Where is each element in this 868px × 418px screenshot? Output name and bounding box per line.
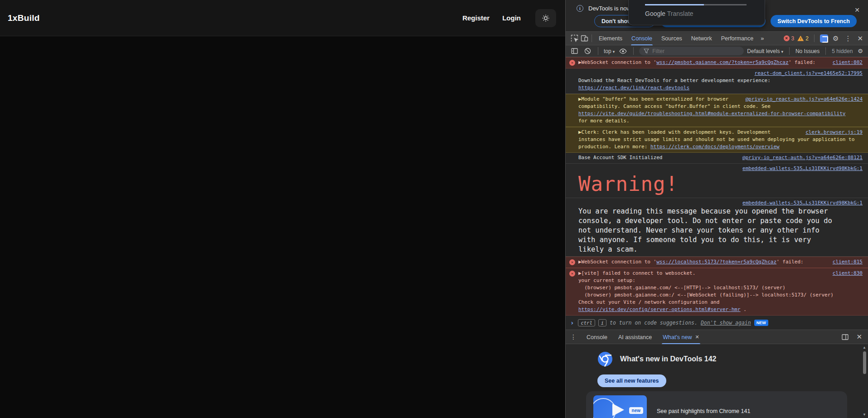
filter-input[interactable]: [652, 48, 738, 54]
source-location-link[interactable]: embedded-wallets-535…Ls31EKKirvd98KbkG:1: [742, 165, 863, 172]
drawer-tab-ai-assistance[interactable]: AI assistance: [613, 330, 657, 344]
console-text: ▶Module "buffer" has been externalized f…: [578, 96, 728, 102]
console-text: ' failed:: [776, 259, 804, 265]
console-sidebar-icon[interactable]: [569, 47, 579, 56]
login-link[interactable]: Login: [502, 14, 521, 22]
source-location-link[interactable]: client:815: [833, 258, 863, 266]
drawer-menu-icon[interactable]: ⋮: [570, 333, 577, 340]
console-text: Check out your Vite / network configurat…: [578, 299, 719, 305]
switch-devtools-french-button[interactable]: Switch DevTools to French: [771, 15, 857, 27]
highlights-card[interactable]: new See past highlights from Chrome 141: [586, 391, 847, 418]
see-all-features-button[interactable]: See all new features: [597, 374, 666, 387]
info-icon: i: [577, 5, 583, 12]
filter-funnel-icon: [644, 49, 649, 53]
site-header: 1xBuild Register Login: [0, 0, 565, 36]
infobar-close-icon[interactable]: ✕: [854, 6, 860, 14]
console-text: with anyone. If someone told you to do t…: [578, 236, 811, 244]
console-text: production. Learn more:: [578, 144, 650, 150]
console-message-log: You are reading this message because you…: [566, 198, 868, 257]
settings-gear-icon[interactable]: ⚙: [831, 34, 840, 43]
scroll-down-icon[interactable]: ▼: [863, 413, 866, 417]
console-link[interactable]: https://vite.dev/guide/troubleshooting.h…: [578, 111, 845, 117]
drawer-tab-close-icon[interactable]: ✕: [695, 334, 699, 340]
context-selector[interactable]: top▾: [604, 48, 615, 54]
scroll-up-icon[interactable]: ▲: [863, 345, 866, 350]
source-location-link[interactable]: clerk.browser.js:19: [805, 129, 863, 136]
tab-console[interactable]: Console: [627, 32, 657, 45]
split-panel-icon[interactable]: [842, 334, 849, 340]
whats-new-title: What's new in DevTools 142: [620, 355, 716, 363]
error-icon: ✕: [784, 35, 790, 41]
highlights-thumbnail: new: [593, 395, 647, 418]
site-logo[interactable]: 1xBuild: [8, 13, 40, 23]
tab-network[interactable]: Network: [687, 32, 717, 45]
console-text: your current setup:: [578, 277, 635, 283]
device-toolbar-icon[interactable]: [579, 34, 589, 43]
devtools-menu-icon[interactable]: ⋮: [843, 34, 853, 43]
console-link[interactable]: wss://localhost:5173/?token=r5a9cQgZhcaz: [656, 259, 776, 265]
console-message-warn: !▶Clerk: Clerk has been loaded with deve…: [566, 127, 868, 153]
warning-count-badge[interactable]: ! 2: [797, 35, 809, 42]
drawer-close-icon[interactable]: ✕: [855, 333, 863, 341]
live-expression-eye-icon[interactable]: [618, 47, 628, 56]
console-text: You are reading this message because you…: [578, 207, 828, 215]
new-chip: new: [629, 407, 643, 414]
console-settings-gear-icon[interactable]: ⚙: [856, 48, 864, 54]
drawer-scrollbar[interactable]: ▲ ▼: [862, 345, 868, 418]
tab-elements[interactable]: Elements: [594, 32, 627, 45]
drawer-tabbar: ⋮ ConsoleAI assistanceWhat's new✕ ✕: [566, 330, 868, 344]
source-location-link[interactable]: @privy-io_react-auth.js?v=a64e626e:1424: [746, 96, 863, 103]
prompt-dont-show-link[interactable]: Don't show again: [701, 320, 751, 326]
console-text: ▶Clerk: Clerk has been loaded with devel…: [578, 129, 771, 135]
chevron-down-icon: ▾: [781, 49, 783, 54]
infobar-message: DevTools is now: [588, 5, 631, 12]
console-link[interactable]: https://react.dev/link/react-devtools: [578, 85, 689, 91]
theme-toggle-button[interactable]: [535, 9, 556, 27]
google-translate-popup: Google Translate: [628, 0, 765, 25]
register-link[interactable]: Register: [462, 14, 490, 22]
source-location-link[interactable]: @privy-io_react-auth.js?v=a64e626e:88121: [742, 154, 863, 161]
highlights-card-text: See past highlights from Chrome 141: [657, 408, 750, 418]
source-location-link[interactable]: react-dom_client.js?v=e1465e52:17995: [755, 70, 863, 77]
more-tabs-icon[interactable]: »: [758, 35, 766, 42]
hidden-messages-count: 5 hidden: [832, 48, 853, 54]
console-text: compatibility. Cannot access "buffer.Buf…: [578, 103, 771, 109]
console-link[interactable]: https://clerk.com/docs/deployments/overv…: [650, 144, 780, 150]
clear-console-icon[interactable]: [582, 47, 592, 56]
drawer-tab-what-s-new[interactable]: What's new✕: [657, 330, 704, 344]
console-link[interactable]: https://vite.dev/config/server-options.h…: [578, 306, 741, 312]
inspect-element-icon[interactable]: [569, 34, 579, 43]
whats-new-panel: What's new in DevTools 142 See all new f…: [566, 344, 868, 418]
chrome-logo-icon: [597, 351, 613, 367]
key-i: i: [598, 319, 606, 326]
console-message-warn: !▶Module "buffer" has been externalized …: [566, 94, 868, 127]
error-count-badge[interactable]: ✕ 3: [784, 35, 795, 42]
error-icon: ✕: [569, 60, 575, 66]
separator: [633, 47, 634, 55]
console-message-error: ✕▶[vite] failed to connect to websocket.…: [566, 268, 868, 316]
scrollbar-thumb[interactable]: [863, 351, 866, 374]
issues-counter[interactable]: No Issues: [795, 48, 820, 54]
play-icon: [612, 403, 624, 416]
source-location-link[interactable]: client:830: [833, 270, 863, 277]
console-text: ▶[vite] failed to connect to websocket.: [578, 270, 695, 276]
prompt-hint-text: to turn on code suggestions.: [610, 320, 698, 326]
console-message-log: Download the React DevTools for a better…: [566, 68, 868, 94]
console-text: Download the React DevTools for a better…: [578, 78, 771, 83]
source-location-link[interactable]: embedded-wallets-535…Ls31EKKirvd98KbkG:1: [742, 199, 863, 207]
devtools-tabbar: ElementsConsoleSourcesNetworkPerformance…: [566, 32, 868, 45]
console-text: likely a scam.: [578, 245, 638, 253]
blue-panel-icon[interactable]: [820, 34, 828, 43]
separator: [825, 47, 826, 55]
console-text: Warning!: [578, 172, 678, 195]
console-filter-field[interactable]: [639, 47, 744, 55]
tab-performance[interactable]: Performance: [717, 32, 758, 45]
devtools-close-icon[interactable]: ✕: [856, 34, 864, 43]
console-link[interactable]: wss://pmsbot.gaianne.com/?token=r5a9cQgZ…: [656, 59, 788, 65]
source-location-link[interactable]: client:802: [833, 59, 863, 66]
tab-sources[interactable]: Sources: [657, 32, 687, 45]
console-prompt[interactable]: › ctrl i to turn on code suggestions. Do…: [566, 316, 868, 330]
console-log-area[interactable]: ✕▶WebSocket connection to 'wss://pmsbot.…: [566, 57, 868, 330]
drawer-tab-console[interactable]: Console: [581, 330, 613, 344]
log-levels-dropdown[interactable]: Default levels▾: [747, 48, 783, 54]
